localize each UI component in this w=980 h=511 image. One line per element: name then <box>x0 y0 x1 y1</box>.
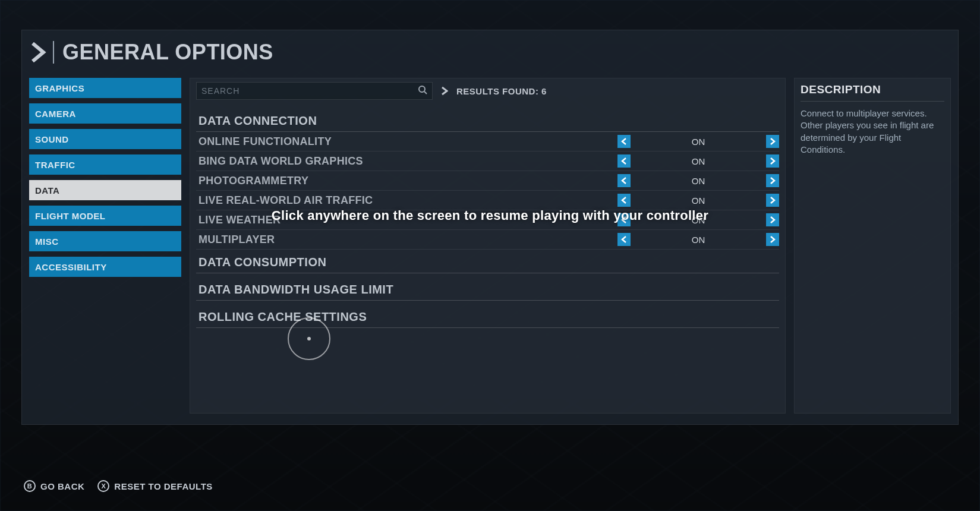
sidebar-item-label: MISC <box>35 236 59 247</box>
prev-option-button[interactable] <box>617 135 631 148</box>
b-key-icon: B <box>24 480 36 492</box>
go-back-label: GO BACK <box>40 481 84 491</box>
value-selector: ON <box>617 174 779 188</box>
sidebar-item-sound[interactable]: SOUND <box>29 129 181 149</box>
option-row-live-weather[interactable]: LIVE WEATHER ON <box>196 210 779 230</box>
reset-label: RESET TO DEFAULTS <box>114 481 212 491</box>
sidebar-item-label: DATA <box>35 185 59 195</box>
title-row: GENERAL OPTIONS <box>22 30 958 71</box>
option-value: ON <box>631 176 766 186</box>
sidebar-item-label: SOUND <box>35 134 69 144</box>
prev-option-button[interactable] <box>617 194 631 207</box>
cursor-indicator-icon <box>288 317 330 360</box>
results-found-label: RESULTS FOUND: 6 <box>456 86 547 96</box>
prev-option-button[interactable] <box>617 174 631 187</box>
search-input[interactable] <box>201 86 413 96</box>
chevron-right-icon <box>441 86 448 96</box>
prev-option-button[interactable] <box>617 154 631 168</box>
next-option-button[interactable] <box>766 154 779 168</box>
footer-actions: B GO BACK X RESET TO DEFAULTS <box>24 480 213 492</box>
search-box[interactable] <box>196 82 433 100</box>
title-divider <box>53 41 54 64</box>
value-selector: ON <box>617 154 779 168</box>
page-title: GENERAL OPTIONS <box>62 40 273 65</box>
next-option-button[interactable] <box>766 174 779 187</box>
go-back-button[interactable]: B GO BACK <box>24 480 84 492</box>
svg-point-0 <box>419 86 425 92</box>
section-header-rolling-cache: ROLLING CACHE SETTINGS <box>196 304 779 328</box>
panel-body: GRAPHICS CAMERA SOUND TRAFFIC DATA FLIGH… <box>22 71 958 418</box>
value-selector: ON <box>617 232 779 247</box>
sidebar-item-label: CAMERA <box>35 109 76 119</box>
option-row-photogrammetry[interactable]: PHOTOGRAMMETRY ON <box>196 171 779 191</box>
row-label: MULTIPLAYER <box>196 234 617 246</box>
next-option-button[interactable] <box>766 213 779 226</box>
search-row: RESULTS FOUND: 6 <box>196 82 779 100</box>
sidebar-item-flight-model[interactable]: FLIGHT MODEL <box>29 206 181 226</box>
section-header-data-consumption: DATA CONSUMPTION <box>196 250 779 273</box>
sidebar-item-graphics[interactable]: GRAPHICS <box>29 78 181 98</box>
row-label: LIVE REAL-WORLD AIR TRAFFIC <box>196 194 617 207</box>
sidebar: GRAPHICS CAMERA SOUND TRAFFIC DATA FLIGH… <box>29 78 181 414</box>
sidebar-item-traffic[interactable]: TRAFFIC <box>29 154 181 175</box>
search-icon <box>418 85 427 97</box>
option-value: ON <box>631 137 766 147</box>
description-panel: DESCRIPTION Connect to multiplayer servi… <box>794 78 951 414</box>
options-panel: GENERAL OPTIONS GRAPHICS CAMERA SOUND TR… <box>21 30 959 425</box>
next-option-button[interactable] <box>766 194 779 207</box>
chevron-right-icon <box>30 42 47 62</box>
option-value: ON <box>631 235 766 245</box>
option-value: ON <box>631 195 766 206</box>
row-label: PHOTOGRAMMETRY <box>196 175 617 187</box>
row-label: LIVE WEATHER <box>196 214 617 226</box>
row-label: ONLINE FUNCTIONALITY <box>196 135 617 148</box>
sidebar-item-label: GRAPHICS <box>35 83 84 93</box>
reset-defaults-button[interactable]: X RESET TO DEFAULTS <box>97 480 212 492</box>
description-title: DESCRIPTION <box>801 83 944 102</box>
value-selector: ON <box>617 213 779 227</box>
svg-line-1 <box>424 92 427 94</box>
sidebar-item-accessibility[interactable]: ACCESSIBILITY <box>29 257 181 277</box>
description-body: Connect to multiplayer services. Other p… <box>801 108 944 156</box>
x-key-icon: X <box>97 480 109 492</box>
prev-option-button[interactable] <box>617 233 631 246</box>
main-content: RESULTS FOUND: 6 DATA CONNECTION ONLINE … <box>190 78 786 414</box>
prev-option-button[interactable] <box>617 213 631 226</box>
option-value: ON <box>631 156 766 166</box>
section-header-bandwidth: DATA BANDWIDTH USAGE LIMIT <box>196 277 779 301</box>
option-row-multiplayer[interactable]: MULTIPLAYER ON <box>196 230 779 250</box>
row-label: BING DATA WORLD GRAPHICS <box>196 155 617 168</box>
sidebar-item-label: FLIGHT MODEL <box>35 211 106 221</box>
sidebar-item-camera[interactable]: CAMERA <box>29 103 181 124</box>
option-value: ON <box>631 215 766 225</box>
option-row-bing-data[interactable]: BING DATA WORLD GRAPHICS ON <box>196 152 779 171</box>
section-header-data-connection: DATA CONNECTION <box>196 108 779 132</box>
value-selector: ON <box>617 134 779 149</box>
sidebar-item-misc[interactable]: MISC <box>29 231 181 251</box>
option-row-live-air-traffic[interactable]: LIVE REAL-WORLD AIR TRAFFIC ON <box>196 191 779 210</box>
next-option-button[interactable] <box>766 233 779 246</box>
option-row-online-functionality[interactable]: ONLINE FUNCTIONALITY ON <box>196 132 779 152</box>
sidebar-item-data[interactable]: DATA <box>29 180 181 200</box>
sidebar-item-label: ACCESSIBILITY <box>35 262 107 272</box>
next-option-button[interactable] <box>766 135 779 148</box>
value-selector: ON <box>617 193 779 207</box>
sidebar-item-label: TRAFFIC <box>35 160 75 170</box>
